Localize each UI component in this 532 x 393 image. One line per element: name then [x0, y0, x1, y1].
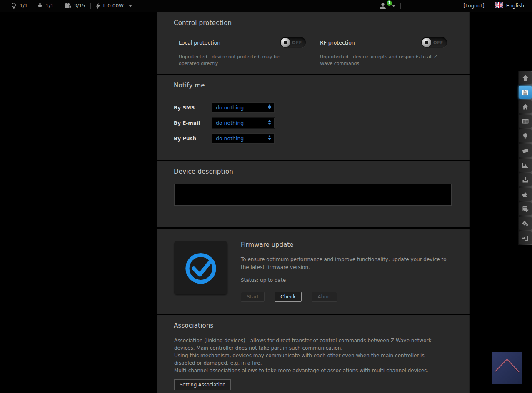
select-spinner-icon	[268, 104, 271, 109]
install-button[interactable]	[519, 173, 532, 186]
language-selector[interactable]: English	[495, 2, 532, 9]
load-value: L:0.00W	[103, 3, 124, 9]
section-title: Control protection	[157, 12, 469, 27]
device-manage-button[interactable]	[519, 202, 532, 215]
section-title: Associations	[157, 315, 469, 329]
select-spinner-icon	[268, 135, 271, 140]
inbox-icon	[522, 176, 529, 184]
toggle-knob	[422, 38, 431, 47]
notify-row-sms: By SMS do nothing	[174, 100, 469, 115]
check-circle-icon	[178, 245, 223, 290]
bolt-icon	[96, 3, 100, 9]
cameras-count: 3/15	[74, 3, 85, 9]
home-button[interactable]	[519, 100, 532, 113]
device-config-panel: Control protection Local protection OFF …	[157, 12, 470, 393]
rooms-button[interactable]	[519, 144, 532, 157]
notify-push-label: By Push	[174, 136, 212, 142]
firmware-status: Status: up to date	[241, 277, 456, 283]
apps-button[interactable]	[519, 188, 532, 201]
cameras-stat[interactable]: 3/15	[64, 3, 85, 9]
select-spinner-icon	[268, 120, 271, 125]
abort-button[interactable]: Abort	[312, 292, 337, 302]
associations-paragraph: Multi-channel associations allows to tak…	[174, 367, 437, 374]
camera-icon	[64, 3, 71, 9]
section-firmware-update: Firmware update To ensure optimum perfor…	[157, 229, 470, 314]
associations-paragraph: Using this mechanism, devices may commun…	[174, 352, 437, 367]
selected-option: do nothing	[216, 135, 244, 142]
notify-sms-label: By SMS	[174, 105, 212, 111]
notify-row-email: By E-mail do nothing	[174, 115, 469, 131]
selected-option: do nothing	[216, 120, 244, 126]
section-control-protection: Control protection Local protection OFF …	[157, 12, 470, 74]
chevron-down-icon	[129, 5, 132, 7]
device-check-icon	[522, 205, 529, 213]
section-associations: Associations Association (linking device…	[157, 315, 470, 393]
toggle-state-label: OFF	[433, 40, 443, 45]
section-notify-me: Notify me By SMS do nothing By E-mail do…	[157, 75, 470, 160]
selected-option: do nothing	[216, 104, 244, 111]
rf-protection-label: RF protection	[320, 40, 355, 46]
user-menu[interactable]: 1	[379, 2, 395, 10]
user-icon	[379, 2, 387, 10]
rf-protection-description: Unprotected - device accepts and respond…	[320, 54, 439, 67]
section-title: Device description	[157, 161, 469, 175]
arrow-up-icon	[522, 74, 529, 82]
save-button[interactable]	[519, 86, 532, 99]
rf-protection-toggle[interactable]: OFF	[421, 37, 447, 48]
scroll-top-button[interactable]	[519, 71, 532, 84]
local-protection-toggle[interactable]: OFF	[280, 37, 306, 48]
home-icon	[522, 103, 529, 111]
firmware-status-tile	[174, 241, 227, 294]
notify-email-select[interactable]: do nothing	[212, 118, 275, 128]
language-label: English	[506, 3, 524, 9]
rf-protection-block: RF protection OFF Unprotected - device a…	[320, 37, 447, 67]
section-device-description: Device description	[157, 161, 470, 227]
logout-link[interactable]: [Logout]	[463, 3, 484, 9]
elements-button[interactable]	[519, 129, 532, 142]
settings-button[interactable]	[519, 217, 532, 230]
notify-email-label: By E-mail	[174, 120, 212, 126]
plugs-count: 1/1	[45, 3, 53, 9]
topbar-divider	[400, 3, 401, 9]
load-dropdown[interactable]: L:0.00W	[96, 3, 132, 9]
device-description-input[interactable]	[174, 184, 452, 206]
dashboard-button[interactable]	[519, 115, 532, 128]
associations-paragraph: Association (linking devices) - allows f…	[174, 337, 437, 352]
apps-icon	[522, 191, 529, 198]
notify-push-select[interactable]: do nothing	[212, 133, 275, 144]
firmware-description: To ensure optimum performance and improv…	[241, 256, 456, 271]
topbar-divider	[490, 3, 490, 9]
plugs-stat[interactable]: 1/1	[37, 2, 53, 9]
toggle-knob	[281, 38, 290, 47]
plug-icon	[37, 2, 42, 9]
top-status-bar: 1/1 1/1 3/15 L:0.00W 1 [Logout] En	[0, 0, 532, 12]
analytics-button[interactable]	[519, 159, 532, 172]
lightbulb-icon	[522, 132, 529, 140]
brand-logo	[492, 352, 522, 384]
lightbulb-icon	[11, 2, 17, 9]
toggle-state-label: OFF	[292, 40, 302, 45]
lights-stat[interactable]: 1/1	[11, 2, 27, 9]
topbar-divider	[137, 3, 137, 9]
uk-flag-icon	[495, 2, 503, 9]
start-button[interactable]: Start	[241, 292, 265, 302]
check-button[interactable]: Check	[275, 292, 302, 302]
local-protection-block: Local protection OFF Unprotected - devic…	[179, 37, 306, 67]
analytics-icon	[522, 162, 529, 169]
save-icon	[522, 89, 529, 96]
section-title: Notify me	[157, 75, 469, 89]
notify-sms-select[interactable]: do nothing	[212, 102, 275, 113]
exit-icon	[522, 234, 529, 242]
setting-association-button[interactable]: Setting Association	[174, 379, 231, 390]
notify-row-push: By Push do nothing	[174, 131, 469, 146]
dashboard-icon	[522, 118, 529, 125]
rooms-icon	[522, 147, 529, 154]
notification-badge: 1	[387, 0, 392, 6]
topbar-divider	[59, 3, 59, 9]
chevron-down-icon	[392, 5, 395, 7]
associations-description: Association (linking devices) - allows f…	[157, 329, 454, 374]
settings-icon	[522, 220, 529, 227]
chevron-logo-icon	[492, 352, 522, 384]
right-toolbar	[518, 71, 532, 245]
exit-button[interactable]	[519, 231, 532, 244]
